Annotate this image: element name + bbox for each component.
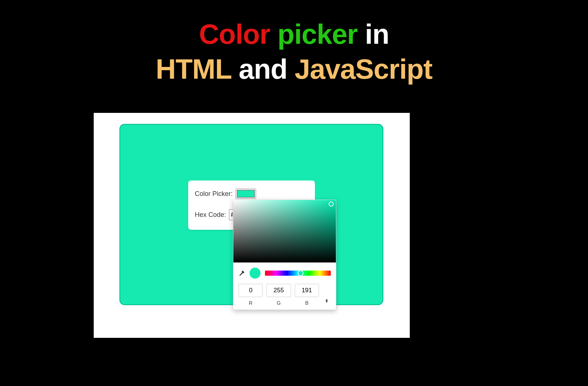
title-word-color: Color: [199, 18, 270, 50]
title-word-javascript: JavaScript: [295, 53, 432, 85]
color-picker-label: Color Picker:: [195, 190, 233, 198]
title-word-and: and: [239, 53, 287, 85]
title-word-in: in: [365, 18, 389, 50]
title-word-picker: picker: [277, 18, 358, 50]
hex-code-label: Hex Code:: [195, 211, 226, 219]
b-label: B: [295, 300, 319, 306]
chevron-down-icon: ▼: [325, 301, 329, 303]
color-swatch-icon: [237, 190, 255, 197]
r-column: R: [239, 284, 263, 306]
g-input[interactable]: [266, 284, 291, 297]
hue-handle-icon[interactable]: [298, 270, 304, 276]
color-picker-input[interactable]: [236, 189, 256, 199]
b-column: B: [295, 284, 319, 306]
r-input[interactable]: [239, 284, 263, 297]
eyedropper-icon[interactable]: [239, 270, 245, 276]
rgb-inputs-row: R G B ▲ ▼: [233, 282, 336, 306]
saturation-value-area[interactable]: [233, 200, 336, 262]
r-label: R: [239, 300, 263, 306]
sv-handle-icon[interactable]: [329, 201, 334, 207]
current-color-swatch: [250, 268, 261, 279]
color-mode-toggle[interactable]: ▲ ▼: [323, 299, 331, 303]
title-word-html: HTML: [156, 53, 232, 85]
page-title: Color picker in HTML and JavaScript: [0, 0, 588, 86]
b-input[interactable]: [295, 284, 319, 297]
hue-slider[interactable]: [265, 271, 331, 276]
g-column: G: [266, 284, 291, 306]
g-label: G: [266, 300, 291, 306]
picker-controls-row: [233, 262, 336, 282]
color-picker-popup: R G B ▲ ▼: [233, 200, 336, 310]
color-picker-row: Color Picker:: [195, 189, 308, 199]
